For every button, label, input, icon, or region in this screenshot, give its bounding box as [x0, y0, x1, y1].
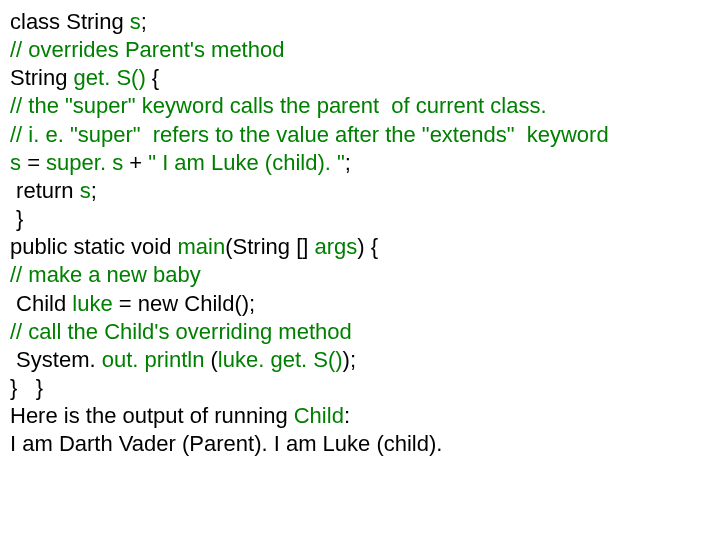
- code-token: +: [129, 150, 148, 175]
- code-token: Child: [10, 291, 72, 316]
- code-token: " I am Luke (child). ": [148, 150, 345, 175]
- code-token: Child: [294, 403, 344, 428]
- code-token: out. println: [102, 347, 211, 372]
- code-token: ) {: [357, 234, 378, 259]
- code-line: // overrides Parent's method: [10, 36, 710, 64]
- code-line: // call the Child's overriding method: [10, 318, 710, 346]
- code-token: ;: [345, 150, 351, 175]
- code-token: s: [10, 150, 27, 175]
- code-line: Here is the output of running Child:: [10, 402, 710, 430]
- code-token: s: [80, 178, 91, 203]
- code-line: String get. S() {: [10, 64, 710, 92]
- code-token: get. S(): [74, 65, 146, 90]
- code-line: // make a new baby: [10, 261, 710, 289]
- code-token: {: [146, 65, 159, 90]
- code-token: // call the Child's overriding method: [10, 319, 352, 344]
- code-token: Here is the output of running: [10, 403, 294, 428]
- code-token: = new Child();: [119, 291, 255, 316]
- code-line: I am Darth Vader (Parent). I am Luke (ch…: [10, 430, 710, 458]
- code-token: // the "super" keyword calls the parent …: [10, 93, 547, 118]
- code-token: s: [130, 9, 141, 34]
- code-line: // the "super" keyword calls the parent …: [10, 92, 710, 120]
- code-token: main: [178, 234, 226, 259]
- code-token: // overrides Parent's method: [10, 37, 284, 62]
- code-token: return: [10, 178, 80, 203]
- code-token: // i. e. "super" refers to the value aft…: [10, 122, 609, 147]
- code-line: s = super. s + " I am Luke (child). ";: [10, 149, 710, 177]
- code-slide: class String s;// overrides Parent's met…: [0, 0, 720, 467]
- code-token: ;: [91, 178, 97, 203]
- code-token: );: [343, 347, 356, 372]
- code-line: return s;: [10, 177, 710, 205]
- code-token: :: [344, 403, 350, 428]
- code-token: (String []: [225, 234, 314, 259]
- code-line: class String s;: [10, 8, 710, 36]
- code-token: String: [10, 65, 74, 90]
- code-line: // i. e. "super" refers to the value aft…: [10, 121, 710, 149]
- code-token: }: [10, 206, 23, 231]
- code-token: =: [27, 150, 46, 175]
- code-token: super. s: [46, 150, 129, 175]
- code-token: // make a new baby: [10, 262, 201, 287]
- code-line: } }: [10, 374, 710, 402]
- code-token: luke: [72, 291, 118, 316]
- code-token: System.: [10, 347, 102, 372]
- code-token: public static void: [10, 234, 178, 259]
- code-token: luke. get. S(): [218, 347, 343, 372]
- code-token: } }: [10, 375, 43, 400]
- code-token: ;: [141, 9, 147, 34]
- code-token: (: [211, 347, 218, 372]
- code-token: args: [314, 234, 357, 259]
- code-token: class String: [10, 9, 130, 34]
- code-token: I am Darth Vader (Parent). I am Luke (ch…: [10, 431, 442, 456]
- code-line: Child luke = new Child();: [10, 290, 710, 318]
- code-line: }: [10, 205, 710, 233]
- code-line: System. out. println (luke. get. S());: [10, 346, 710, 374]
- code-line: public static void main(String [] args) …: [10, 233, 710, 261]
